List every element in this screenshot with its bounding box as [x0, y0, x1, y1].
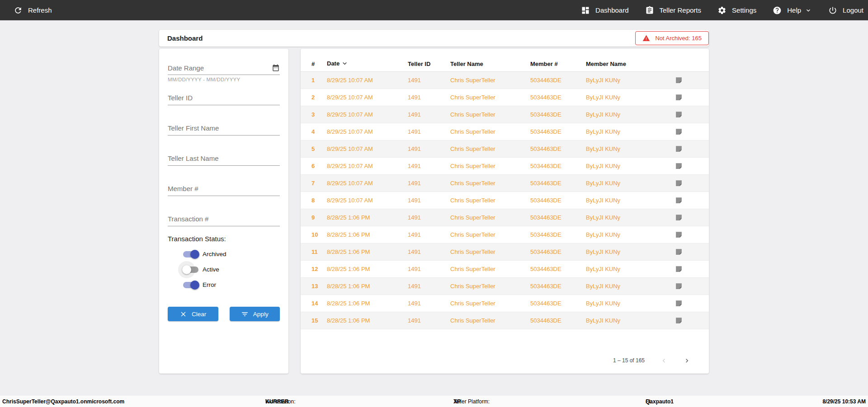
nav-label: Settings	[732, 6, 756, 14]
cell-member-num: 5034463DE	[530, 283, 586, 290]
teller-id-input[interactable]	[168, 94, 280, 102]
nav-item-settings[interactable]: Settings	[717, 6, 756, 15]
cell-teller-id: 1491	[408, 197, 450, 204]
cell-date: 8/29/25 10:07 AM	[327, 145, 408, 152]
status-toggle[interactable]: Archived	[183, 249, 280, 259]
table-row[interactable]: 14 8/28/25 1:06 PM 1491 Chris SuperTelle…	[301, 295, 709, 312]
note-icon[interactable]	[675, 76, 683, 84]
cell-date: 8/28/25 1:06 PM	[327, 283, 408, 290]
cell-date: 8/28/25 1:06 PM	[327, 214, 408, 221]
cell-teller-name: Chris SuperTeller	[450, 231, 530, 238]
teller-last-name-input[interactable]	[168, 154, 280, 162]
toggle-switch[interactable]	[183, 250, 198, 259]
cell-member-name: ByLyJI KUNy	[586, 128, 674, 135]
main-content: Dashboard Not Archived: 165 MM/DD/YYYY -…	[159, 30, 709, 374]
cell-date: 8/29/25 10:07 AM	[327, 128, 408, 135]
help-icon	[773, 6, 782, 15]
calendar-icon[interactable]	[272, 64, 280, 72]
note-icon[interactable]	[675, 282, 683, 290]
table-row[interactable]: 4 8/29/25 10:07 AM 1491 Chris SuperTelle…	[301, 123, 709, 140]
refresh-button[interactable]: Refresh	[0, 6, 52, 15]
col-header-date[interactable]: Date	[327, 60, 408, 67]
transaction-number-input[interactable]	[168, 215, 280, 223]
toggle-switch[interactable]	[183, 281, 198, 290]
note-icon[interactable]	[675, 128, 683, 136]
member-number-input[interactable]	[168, 185, 280, 192]
table-row[interactable]: 6 8/29/25 10:07 AM 1491 Chris SuperTelle…	[301, 158, 709, 175]
note-icon[interactable]	[675, 179, 683, 187]
col-header-member-name: Member Name	[586, 61, 674, 67]
toggle-label: Active	[203, 266, 219, 273]
cell-member-num: 5034463DE	[530, 180, 586, 187]
table-row[interactable]: 9 8/28/25 1:06 PM 1491 Chris SuperTeller…	[301, 209, 709, 226]
cell-teller-name: Chris SuperTeller	[450, 300, 530, 307]
note-icon[interactable]	[675, 94, 683, 101]
teller-last-name-field	[168, 154, 280, 166]
status-toggle[interactable]: Active	[183, 264, 280, 275]
sort-descending-icon	[341, 60, 349, 67]
cell-teller-id: 1491	[408, 300, 450, 307]
table-row[interactable]: 5 8/29/25 10:07 AM 1491 Chris SuperTelle…	[301, 140, 709, 158]
note-icon[interactable]	[675, 145, 683, 153]
note-icon[interactable]	[675, 214, 683, 221]
cell-num: 11	[301, 248, 327, 255]
cell-teller-id: 1491	[408, 283, 450, 290]
clear-button[interactable]: Clear	[168, 307, 218, 321]
cell-member-num: 5034463DE	[530, 300, 586, 307]
note-icon[interactable]	[675, 317, 683, 324]
cell-member-name: ByLyJI KUNy	[586, 180, 674, 187]
nav-item-teller-reports[interactable]: Teller Reports	[645, 6, 702, 15]
date-range-input[interactable]	[168, 64, 272, 72]
not-archived-badge[interactable]: Not Archived: 165	[635, 31, 709, 45]
cell-num: 9	[301, 214, 327, 221]
cell-num: 7	[301, 180, 327, 187]
cell-date: 8/29/25 10:07 AM	[327, 163, 408, 169]
cell-member-name: ByLyJI KUNy	[586, 77, 674, 84]
cell-member-name: ByLyJI KUNy	[586, 214, 674, 221]
previous-page-button[interactable]	[660, 357, 668, 365]
nav-item-logout[interactable]: Logout	[828, 6, 863, 15]
note-icon[interactable]	[675, 265, 683, 273]
transaction-number-field	[168, 215, 280, 226]
cell-date: 8/28/25 1:06 PM	[327, 248, 408, 255]
cell-teller-name: Chris SuperTeller	[450, 317, 530, 324]
apply-button[interactable]: Apply	[230, 307, 280, 321]
table-row[interactable]: 15 8/28/25 1:06 PM 1491 Chris SuperTelle…	[301, 312, 709, 329]
table-row[interactable]: 8 8/29/25 10:07 AM 1491 Chris SuperTelle…	[301, 192, 709, 209]
chevron-down-icon	[805, 7, 812, 14]
nav-item-dashboard[interactable]: Dashboard	[581, 6, 628, 15]
note-icon[interactable]	[675, 248, 683, 256]
cell-date: 8/29/25 10:07 AM	[327, 77, 408, 84]
teller-first-name-field	[168, 124, 280, 136]
cell-member-num: 5034463DE	[530, 94, 586, 101]
table-row[interactable]: 11 8/28/25 1:06 PM 1491 Chris SuperTelle…	[301, 243, 709, 261]
teller-first-name-input[interactable]	[168, 124, 280, 132]
cell-teller-name: Chris SuperTeller	[450, 180, 530, 187]
note-icon[interactable]	[675, 111, 683, 118]
cell-num: 12	[301, 266, 327, 272]
page-header-card: Dashboard Not Archived: 165	[159, 30, 709, 47]
note-icon[interactable]	[675, 299, 683, 307]
next-page-button[interactable]	[683, 357, 691, 365]
note-icon[interactable]	[675, 162, 683, 170]
toggle-switch[interactable]	[183, 265, 198, 274]
cell-teller-name: Chris SuperTeller	[450, 128, 530, 135]
cell-teller-name: Chris SuperTeller	[450, 266, 530, 272]
toggle-thumb	[190, 250, 199, 259]
note-icon[interactable]	[675, 196, 683, 204]
note-icon[interactable]	[675, 231, 683, 239]
table-row[interactable]: 7 8/29/25 10:07 AM 1491 Chris SuperTelle…	[301, 175, 709, 192]
cell-teller-id: 1491	[408, 214, 450, 221]
status-toggle[interactable]: Error	[183, 280, 280, 290]
table-row[interactable]: 12 8/28/25 1:06 PM 1491 Chris SuperTelle…	[301, 261, 709, 278]
table-row[interactable]: 1 8/29/25 10:07 AM 1491 Chris SuperTelle…	[301, 72, 709, 89]
table-row[interactable]: 13 8/28/25 1:06 PM 1491 Chris SuperTelle…	[301, 278, 709, 295]
table-row[interactable]: 3 8/29/25 10:07 AM 1491 Chris SuperTelle…	[301, 106, 709, 123]
gear-icon	[717, 6, 726, 15]
table-row[interactable]: 2 8/29/25 10:07 AM 1491 Chris SuperTelle…	[301, 89, 709, 106]
cell-teller-name: Chris SuperTeller	[450, 248, 530, 255]
cell-member-num: 5034463DE	[530, 128, 586, 135]
cell-member-num: 5034463DE	[530, 248, 586, 255]
nav-item-help[interactable]: Help	[773, 6, 812, 15]
table-row[interactable]: 10 8/28/25 1:06 PM 1491 Chris SuperTelle…	[301, 226, 709, 243]
